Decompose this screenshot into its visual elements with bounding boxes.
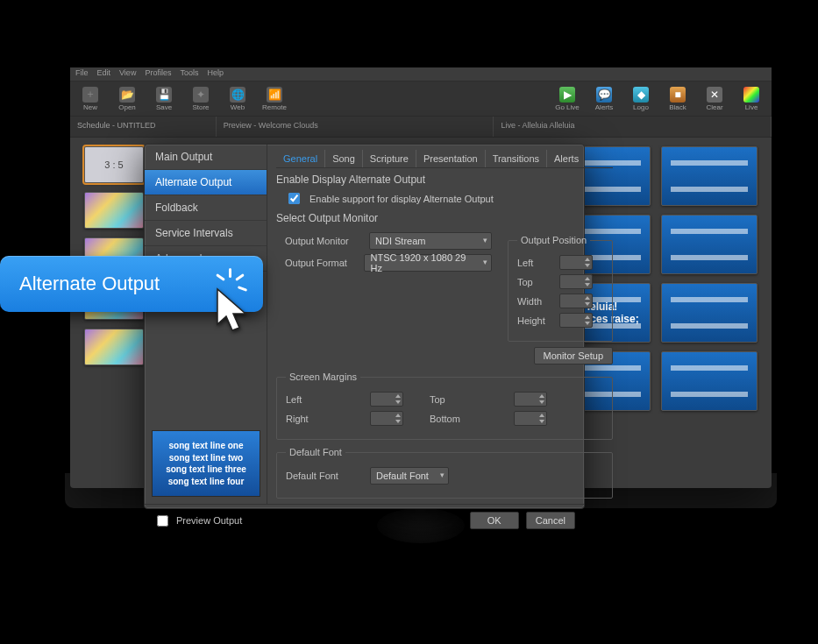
menu-bar: File Edit View Profiles Tools Help — [70, 67, 772, 81]
margin-bottom-spinner[interactable] — [514, 411, 547, 426]
sidebar-item-main-output[interactable]: Main Output — [145, 145, 267, 170]
output-settings-dialog: Main Output Alternate Output Foldback Se… — [144, 144, 585, 509]
preview-output-checkbox[interactable] — [157, 515, 168, 527]
margin-left-label: Left — [286, 394, 363, 405]
margin-top-label: Top — [430, 394, 507, 405]
sidebar-item-alternate-output[interactable]: Alternate Output — [145, 170, 267, 195]
cancel-button[interactable]: Cancel — [526, 512, 575, 529]
preview-line: song text line three — [166, 464, 246, 476]
tab-song[interactable]: Song — [325, 150, 363, 167]
margin-left-spinner[interactable] — [370, 392, 403, 407]
black-button[interactable]: ■Black — [665, 84, 691, 113]
chevron-down-icon: ▾ — [483, 258, 487, 266]
cursor-icon — [215, 287, 253, 336]
default-font-select[interactable]: Default Font▾ — [370, 467, 449, 485]
toolbar: ＋New 📂Open 💾Save ✦Store 🌐Web 📶Remote ▶Go… — [70, 81, 772, 117]
preview-line: song text line two — [169, 452, 243, 464]
default-font-legend: Default Font — [286, 447, 345, 457]
pos-top-spinner[interactable] — [559, 274, 593, 289]
tab-transitions[interactable]: Transitions — [486, 150, 547, 167]
web-button[interactable]: 🌐Web — [224, 84, 251, 113]
pos-left-spinner[interactable] — [559, 255, 593, 270]
live-button[interactable]: Live — [738, 84, 765, 113]
logo-button[interactable]: ◆Logo — [628, 84, 654, 113]
menu-profiles[interactable]: Profiles — [145, 68, 171, 80]
golive-button[interactable]: ▶Go Live — [554, 84, 580, 113]
pos-width-label: Width — [517, 296, 552, 307]
pos-height-spinner[interactable] — [559, 313, 593, 328]
ok-button[interactable]: OK — [470, 512, 519, 529]
live-thumb[interactable] — [661, 146, 758, 206]
screen-margins-legend: Screen Margins — [286, 372, 360, 382]
margin-right-label: Right — [286, 414, 363, 424]
alerts-button[interactable]: 💬Alerts — [591, 84, 617, 113]
panel-schedule[interactable]: Schedule - UNTITLED — [70, 117, 217, 137]
preview-output-label: Preview Output — [176, 515, 242, 526]
default-font-group: Default Font Default Font Default Font▾ — [276, 447, 613, 499]
sidebar-item-service-intervals[interactable]: Service Intervals — [145, 221, 267, 246]
output-monitor-select[interactable]: NDI Stream▾ — [369, 232, 492, 250]
dialog-footer: Preview Output OK Cancel — [145, 504, 584, 536]
tab-alerts[interactable]: Alerts — [547, 150, 586, 167]
menu-file[interactable]: File — [75, 68, 89, 80]
output-position-group: Output Position Left Top Width Height — [508, 235, 613, 342]
pos-height-label: Height — [517, 315, 552, 326]
tab-presentation[interactable]: Presentation — [416, 150, 486, 167]
margin-right-spinner[interactable] — [370, 411, 403, 426]
callout-text: Alternate Output — [19, 272, 160, 295]
tab-scripture[interactable]: Scripture — [363, 150, 416, 167]
live-thumb[interactable] — [661, 283, 758, 343]
sidebar-item-foldback[interactable]: Foldback — [145, 195, 267, 221]
enable-checkbox-label: Enable support for display Alternate Out… — [309, 194, 494, 204]
pos-left-label: Left — [517, 258, 552, 268]
menu-view[interactable]: View — [119, 68, 136, 80]
menu-edit[interactable]: Edit — [97, 68, 111, 80]
output-format-label: Output Format — [285, 258, 357, 268]
output-monitor-label: Output Monitor — [285, 236, 362, 246]
menu-tools[interactable]: Tools — [180, 68, 198, 80]
margin-top-spinner[interactable] — [514, 392, 547, 407]
preview-line: song text line four — [168, 476, 245, 488]
remote-button[interactable]: 📶Remote — [261, 84, 288, 113]
panel-tabs: Schedule - UNTITLED Preview - Welcome Cl… — [70, 117, 772, 138]
clear-button[interactable]: ✕Clear — [701, 84, 728, 113]
ratio-thumb[interactable]: 3 : 5 — [84, 146, 144, 183]
pos-top-label: Top — [517, 277, 552, 287]
monitor-setup-button[interactable]: Monitor Setup — [534, 347, 613, 364]
panel-preview[interactable]: Preview - Welcome Clouds — [217, 117, 494, 137]
menu-help[interactable]: Help — [207, 68, 224, 80]
schedule-thumb[interactable] — [84, 192, 144, 229]
live-thumb[interactable] — [661, 351, 758, 411]
default-font-label: Default Font — [286, 471, 363, 481]
margin-bottom-label: Bottom — [430, 414, 507, 424]
output-preview: song text line one song text line two so… — [152, 430, 260, 497]
schedule-thumb[interactable] — [84, 329, 144, 365]
screen-margins-group: Screen Margins Left Right Top Bottom — [276, 372, 613, 440]
tab-general[interactable]: General — [276, 150, 325, 167]
enable-alternate-output-checkbox[interactable] — [288, 193, 300, 204]
settings-tabs: General Song Scripture Presentation Tran… — [276, 150, 613, 168]
output-format-select[interactable]: NTSC 1920 x 1080 29 Hz▾ — [364, 254, 492, 272]
settings-content: General Song Scripture Presentation Tran… — [267, 145, 622, 504]
pos-width-spinner[interactable] — [559, 294, 593, 308]
section-select-monitor-title: Select Output Monitor — [276, 212, 613, 224]
new-button[interactable]: ＋New — [77, 84, 103, 113]
open-button[interactable]: 📂Open — [114, 84, 140, 113]
chevron-down-icon: ▾ — [440, 471, 445, 479]
save-button[interactable]: 💾Save — [151, 84, 177, 113]
live-thumb[interactable] — [661, 215, 758, 274]
section-enable-title: Enable Display Alternate Output — [276, 173, 613, 186]
panel-live[interactable]: Live - Alleluia Alleluia — [494, 117, 772, 137]
output-position-legend: Output Position — [517, 235, 590, 245]
chevron-down-icon: ▾ — [483, 236, 487, 244]
preview-line: song text line one — [168, 440, 243, 452]
store-button[interactable]: ✦Store — [188, 84, 214, 113]
